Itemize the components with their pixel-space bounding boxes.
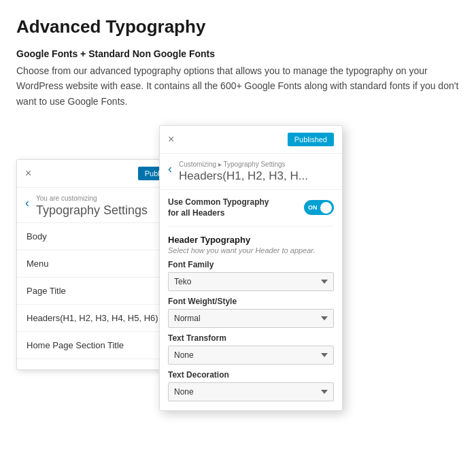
panel-front-published-button[interactable]: Published	[288, 133, 334, 146]
font-weight-select[interactable]: Normal	[168, 309, 334, 328]
panel-back-breadcrumb: You are customizing	[36, 195, 148, 202]
panel-back-title: Typography Settings	[36, 203, 148, 217]
toggle-on-text: ON	[308, 204, 318, 211]
common-typography-toggle-row: Use Common Typography for all Headers ON	[168, 197, 334, 227]
common-typography-toggle[interactable]: ON	[304, 200, 334, 215]
panel-front-nav-content: Customizing ▸ Typography Settings Header…	[179, 161, 308, 183]
text-decoration-select[interactable]: None	[168, 382, 334, 401]
toggle-label: Use Common Typography for all Headers	[168, 197, 270, 220]
header-typography-subtext: Select how you want your Header to appea…	[168, 246, 334, 254]
panel-back-nav-content: You are customizing Typography Settings	[36, 195, 148, 218]
section-description: Choose from our advanced typography opti…	[16, 63, 460, 109]
text-decoration-label: Text Decoration	[168, 370, 334, 380]
section-bold-label: Google Fonts + Standard Non Google Fonts	[16, 48, 460, 59]
toggle-circle	[320, 202, 332, 214]
panel-front-breadcrumb: Customizing ▸ Typography Settings	[179, 161, 308, 168]
font-family-select[interactable]: Teko	[168, 272, 334, 291]
panel-front-back-arrow-icon[interactable]: ‹	[168, 162, 172, 176]
panel-back-arrow-icon[interactable]: ‹	[25, 196, 29, 210]
panel-front-nav: ‹ Customizing ▸ Typography Settings Head…	[160, 154, 342, 189]
header-typography-section: Header Typography Select how you want yo…	[168, 235, 334, 401]
header-typography-heading: Header Typography	[168, 235, 334, 245]
panel-front-header: × Published	[160, 126, 342, 154]
font-weight-label: Font Weight/Style	[168, 297, 334, 306]
font-family-label: Font Family	[168, 260, 334, 269]
text-transform-select[interactable]: None	[168, 346, 334, 365]
screenshots-area: × Published ‹ You are customizing Typogr…	[16, 125, 460, 411]
panel-front-close-button[interactable]: ×	[168, 133, 174, 146]
text-transform-label: Text Transform	[168, 333, 334, 343]
panel-front-body: Use Common Typography for all Headers ON…	[160, 190, 342, 409]
headers-typography-panel: × Published ‹ Customizing ▸ Typography S…	[159, 125, 343, 411]
page-title: Advanced Typography	[16, 16, 460, 37]
panel-back-close-button[interactable]: ×	[25, 167, 31, 180]
panel-front-title: Headers(H1, H2, H3, H...	[179, 169, 308, 182]
